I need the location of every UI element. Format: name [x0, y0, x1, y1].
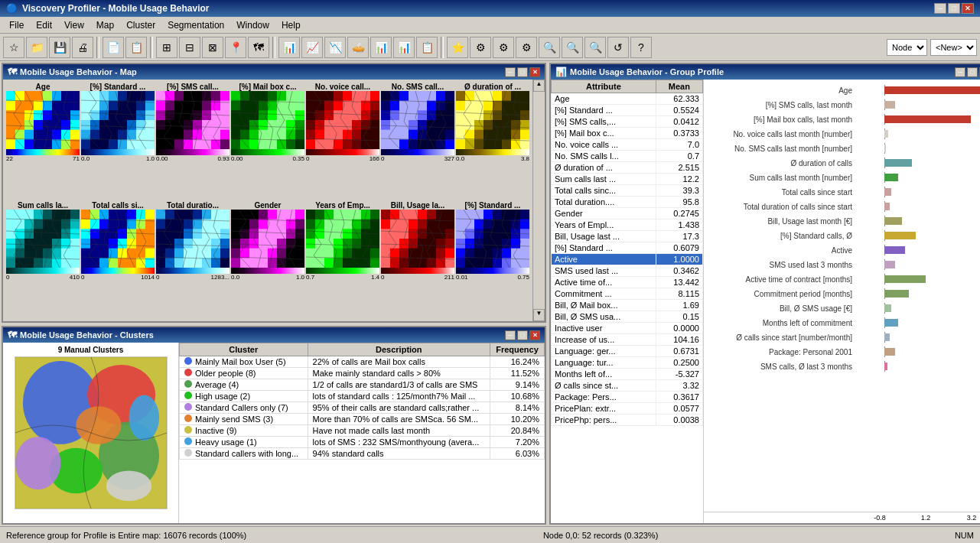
- map-cell-6[interactable]: Ø duration of ...0.03.8: [456, 83, 529, 200]
- toolbar-gear3[interactable]: ⚙: [516, 37, 537, 58]
- attr-row-10[interactable]: Gender0.2745: [552, 208, 703, 219]
- cluster-row-0[interactable]: Mainly Mail box User (5)22% of calls are…: [180, 356, 545, 368]
- profile-maximize-btn[interactable]: □: [967, 67, 978, 77]
- attr-row-9[interactable]: Total duration....95.8: [552, 197, 703, 208]
- toolbar-data[interactable]: 📋: [416, 37, 438, 58]
- toolbar-chart3[interactable]: 📉: [324, 37, 346, 58]
- toolbar-grid3[interactable]: ⊠: [202, 37, 223, 58]
- toolbar-doc2[interactable]: 📋: [125, 37, 147, 58]
- toolbar-grid2[interactable]: ⊟: [179, 37, 200, 58]
- map-cell-10[interactable]: Gender0.01.0: [231, 201, 304, 318]
- minimize-button[interactable]: ─: [934, 3, 946, 14]
- cluster-close-btn[interactable]: ✕: [529, 330, 540, 340]
- toolbar-print[interactable]: 🖨: [72, 37, 93, 58]
- attr-row-13[interactable]: [%] Standard ...0.6079: [552, 242, 703, 254]
- cluster-table[interactable]: Cluster Description Frequency Mainly Mai…: [179, 343, 545, 523]
- cluster-row-7[interactable]: Heavy usage (1)lots of SMS : 232 SMS/mon…: [180, 437, 545, 448]
- menu-map[interactable]: Map: [90, 18, 120, 32]
- toolbar-pie[interactable]: 🥧: [347, 37, 369, 58]
- toolbar-bar[interactable]: 📊: [370, 37, 392, 58]
- profile-minimize-btn[interactable]: ─: [955, 67, 965, 77]
- new-dropdown[interactable]: <New>: [930, 39, 977, 56]
- toolbar-refresh[interactable]: ↺: [607, 37, 629, 58]
- toolbar-search[interactable]: 🔍: [539, 37, 560, 58]
- cluster-row-2[interactable]: Average (4)1/2 of calls are standard1/3 …: [180, 379, 545, 391]
- attr-row-1[interactable]: [%] Standard ...0.5524: [552, 105, 703, 116]
- toolbar-star2[interactable]: ⭐: [447, 37, 468, 58]
- menu-cluster[interactable]: Cluster: [120, 18, 161, 32]
- attr-row-7[interactable]: Sum calls last ...12.2: [552, 174, 703, 185]
- close-button[interactable]: ✕: [962, 3, 974, 14]
- map-close-btn[interactable]: ✕: [529, 67, 540, 77]
- attr-row-23[interactable]: Language: tur...0.2500: [552, 357, 703, 369]
- attr-row-11[interactable]: Years of Empl...1.438: [552, 219, 703, 231]
- map-cell-7[interactable]: Sum calls la...0410: [6, 201, 80, 318]
- map-cell-3[interactable]: [%] Mail box c...0.000.35: [231, 83, 304, 200]
- toolbar-bar2[interactable]: 📊: [393, 37, 415, 58]
- map-maximize-btn[interactable]: □: [517, 67, 528, 77]
- profile-window-controls[interactable]: ─ □ ✕: [955, 67, 980, 77]
- attr-row-22[interactable]: Language: ger...0.6731: [552, 346, 703, 357]
- map-cell-1[interactable]: [%] Standard ...0.01.0: [81, 83, 155, 200]
- map-minimize-btn[interactable]: ─: [505, 67, 516, 77]
- attr-row-18[interactable]: Bill, Ø Mail box...1.69: [552, 300, 703, 311]
- attr-row-27[interactable]: PricePlan: extr...0.0577: [552, 403, 703, 415]
- toolbar-star[interactable]: ☆: [3, 37, 24, 58]
- cluster-window-controls[interactable]: ─ □ ✕: [505, 330, 540, 340]
- cluster-row-5[interactable]: Mainly send SMS (3)More than 70% of call…: [180, 414, 545, 425]
- map-cell-13[interactable]: [%] Standard ...0.010.75: [456, 201, 529, 318]
- attribute-table[interactable]: Attribute Mean Age62.333[%] Standard ...…: [551, 80, 704, 523]
- toolbar-pin[interactable]: 📍: [225, 37, 246, 58]
- map-cell-12[interactable]: Bill, Usage la...0211: [381, 201, 454, 318]
- maximize-button[interactable]: □: [948, 3, 960, 14]
- cluster-row-6[interactable]: Inactive (9)Have not made calls last mon…: [180, 425, 545, 437]
- attr-row-28[interactable]: PricePhp: pers...0.0038: [552, 415, 703, 426]
- menu-window[interactable]: Window: [230, 18, 275, 32]
- attr-row-26[interactable]: Package: Pers...0.3617: [552, 392, 703, 403]
- map-cell-8[interactable]: Total calls si...01014: [81, 201, 155, 318]
- attr-row-25[interactable]: Ø calls since st...3.32: [552, 380, 703, 392]
- cluster-row-8[interactable]: Standard callers with long...94% standar…: [180, 448, 545, 460]
- attr-row-5[interactable]: No. SMS calls l...0.7: [552, 151, 703, 162]
- toolbar-gear1[interactable]: ⚙: [470, 37, 491, 58]
- attr-row-21[interactable]: Increase of us...104.16: [552, 334, 703, 346]
- menu-file[interactable]: File: [3, 18, 30, 32]
- toolbar-doc1[interactable]: 📄: [103, 37, 124, 58]
- attr-row-16[interactable]: Active time of...13.442: [552, 277, 703, 288]
- menu-edit[interactable]: Edit: [30, 18, 58, 32]
- map-cell-11[interactable]: Years of Emp...0.71.4: [306, 201, 379, 318]
- toolbar-save[interactable]: 💾: [49, 37, 70, 58]
- attr-row-3[interactable]: [%] Mail box c...0.3733: [552, 128, 703, 139]
- title-bar-controls[interactable]: ─ □ ✕: [934, 3, 974, 14]
- attr-row-0[interactable]: Age62.333: [552, 93, 703, 105]
- attr-row-6[interactable]: Ø duration of ...2.515: [552, 162, 703, 174]
- menu-view[interactable]: View: [58, 18, 90, 32]
- map-cell-4[interactable]: No. voice call...0166: [306, 83, 379, 200]
- attr-row-2[interactable]: [%] SMS calls,...0.0412: [552, 116, 703, 128]
- toolbar-zoom-in[interactable]: 🔍: [562, 37, 583, 58]
- toolbar-grid1[interactable]: ⊞: [156, 37, 177, 58]
- toolbar-zoom-out[interactable]: 🔍: [584, 37, 606, 58]
- map-cell-5[interactable]: No. SMS call...0327: [381, 83, 454, 200]
- toolbar-folder[interactable]: 📁: [26, 37, 47, 58]
- map-scrollbar[interactable]: ▲ ▼: [532, 80, 545, 321]
- menu-help[interactable]: Help: [275, 18, 307, 32]
- attr-row-20[interactable]: Inactive user0.0000: [552, 323, 703, 334]
- toolbar-help[interactable]: ?: [630, 37, 652, 58]
- cluster-maximize-btn[interactable]: □: [517, 330, 528, 340]
- toolbar-gear2[interactable]: ⚙: [493, 37, 514, 58]
- attr-row-4[interactable]: No. voice calls ...7.0: [552, 139, 703, 151]
- menu-segmentation[interactable]: Segmentation: [161, 18, 230, 32]
- cluster-minimize-btn[interactable]: ─: [505, 330, 516, 340]
- cluster-row-4[interactable]: Standard Callers only (7)95% of their ca…: [180, 402, 545, 414]
- map-cell-0[interactable]: Age2271: [6, 83, 80, 200]
- map-window-controls[interactable]: ─ □ ✕: [505, 67, 540, 77]
- toolbar-map-tool[interactable]: 🗺: [248, 37, 269, 58]
- attr-row-14[interactable]: Active1.0000: [552, 254, 703, 265]
- attr-row-19[interactable]: Bill, Ø SMS usa...0.15: [552, 311, 703, 323]
- attr-row-24[interactable]: Months left of...-5.327: [552, 369, 703, 380]
- map-cell-2[interactable]: [%] SMS call...0.000.93: [156, 83, 230, 200]
- toolbar-chart2[interactable]: 📈: [301, 37, 323, 58]
- attr-row-15[interactable]: SMS used last ...0.3462: [552, 265, 703, 277]
- attr-row-17[interactable]: Commitment ...8.115: [552, 288, 703, 300]
